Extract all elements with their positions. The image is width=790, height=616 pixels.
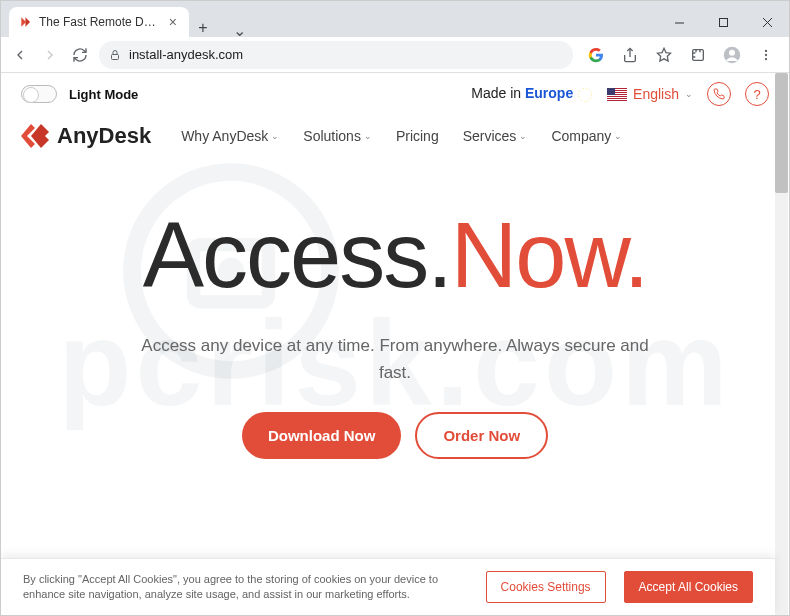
window-minimize-button[interactable] xyxy=(657,7,701,37)
new-tab-button[interactable]: + xyxy=(189,19,217,37)
chevron-down-icon: ⌄ xyxy=(519,131,527,141)
nav-pricing[interactable]: Pricing xyxy=(396,128,439,144)
main-nav: AnyDesk Why AnyDesk⌄ Solutions⌄ Pricing … xyxy=(1,115,789,163)
chevron-down-icon: ⌄ xyxy=(271,131,279,141)
made-in-label: Made in Europe xyxy=(471,85,593,102)
svg-point-12 xyxy=(765,57,767,59)
lock-icon xyxy=(109,49,121,61)
svg-point-9 xyxy=(729,49,735,55)
google-icon[interactable] xyxy=(585,44,607,66)
address-bar[interactable]: install-anydesk.com xyxy=(99,41,573,69)
hero-section: Access.Now. Access any device at any tim… xyxy=(1,163,789,459)
profile-avatar-icon[interactable] xyxy=(721,44,743,66)
brand-logo[interactable]: AnyDesk xyxy=(21,123,151,149)
bookmark-star-icon[interactable] xyxy=(653,44,675,66)
nav-company[interactable]: Company⌄ xyxy=(551,128,622,144)
eu-flag-icon xyxy=(577,87,593,103)
window-titlebar: The Fast Remote Desktop Applic × + ⌄ xyxy=(1,1,789,37)
utility-bar: Light Mode Made in Europe English ⌄ ? xyxy=(1,73,789,115)
svg-rect-7 xyxy=(693,49,704,60)
light-mode-toggle[interactable] xyxy=(21,85,57,103)
download-button[interactable]: Download Now xyxy=(242,412,402,459)
help-icon[interactable]: ? xyxy=(745,82,769,106)
reload-button[interactable] xyxy=(69,44,91,66)
hero-tagline: Access any device at any time. From anyw… xyxy=(135,332,655,386)
browser-tab[interactable]: The Fast Remote Desktop Applic × xyxy=(9,7,189,37)
svg-rect-4 xyxy=(112,54,119,59)
hero-title: Access.Now. xyxy=(21,203,769,308)
svg-rect-19 xyxy=(607,97,627,98)
window-close-button[interactable] xyxy=(745,7,789,37)
nav-menu: Why AnyDesk⌄ Solutions⌄ Pricing Services… xyxy=(181,128,622,144)
cta-row: Download Now Order Now xyxy=(21,412,769,459)
svg-point-13 xyxy=(578,88,591,101)
svg-marker-6 xyxy=(657,48,670,61)
tab-title: The Fast Remote Desktop Applic xyxy=(39,15,161,29)
phone-icon[interactable] xyxy=(707,82,731,106)
browser-menu-icon[interactable] xyxy=(755,44,777,66)
svg-point-10 xyxy=(765,49,767,51)
window-maximize-button[interactable] xyxy=(701,7,745,37)
url-text: install-anydesk.com xyxy=(129,47,243,62)
us-flag-icon xyxy=(607,88,627,101)
nav-solutions[interactable]: Solutions⌄ xyxy=(303,128,372,144)
svg-rect-20 xyxy=(607,99,627,100)
svg-rect-1 xyxy=(719,18,727,26)
order-button[interactable]: Order Now xyxy=(415,412,548,459)
chevron-down-icon: ⌄ xyxy=(685,89,693,99)
language-selector[interactable]: English ⌄ xyxy=(607,86,693,102)
tabs-chevron-icon[interactable]: ⌄ xyxy=(217,21,261,40)
light-mode-label: Light Mode xyxy=(69,87,138,102)
back-button[interactable] xyxy=(9,44,31,66)
logo-icon xyxy=(21,124,49,148)
nav-why[interactable]: Why AnyDesk⌄ xyxy=(181,128,279,144)
cookie-settings-button[interactable]: Cookies Settings xyxy=(486,571,606,603)
chevron-down-icon: ⌄ xyxy=(614,131,622,141)
extensions-icon[interactable] xyxy=(687,44,709,66)
svg-point-11 xyxy=(765,53,767,55)
svg-rect-18 xyxy=(607,95,627,96)
cookie-accept-button[interactable]: Accept All Cookies xyxy=(624,571,753,603)
language-label: English xyxy=(633,86,679,102)
nav-services[interactable]: Services⌄ xyxy=(463,128,528,144)
svg-rect-21 xyxy=(607,88,615,95)
logo-text: AnyDesk xyxy=(57,123,151,149)
chevron-down-icon: ⌄ xyxy=(364,131,372,141)
forward-button xyxy=(39,44,61,66)
share-icon[interactable] xyxy=(619,44,641,66)
scrollbar-thumb[interactable] xyxy=(775,73,788,193)
cookie-banner: By clicking "Accept All Cookies", you ag… xyxy=(1,558,775,615)
browser-toolbar: install-anydesk.com xyxy=(1,37,789,73)
cookie-text: By clicking "Accept All Cookies", you ag… xyxy=(23,572,468,603)
tab-close-icon[interactable]: × xyxy=(167,14,179,30)
vertical-scrollbar[interactable] xyxy=(775,73,788,615)
tab-favicon xyxy=(19,15,33,29)
